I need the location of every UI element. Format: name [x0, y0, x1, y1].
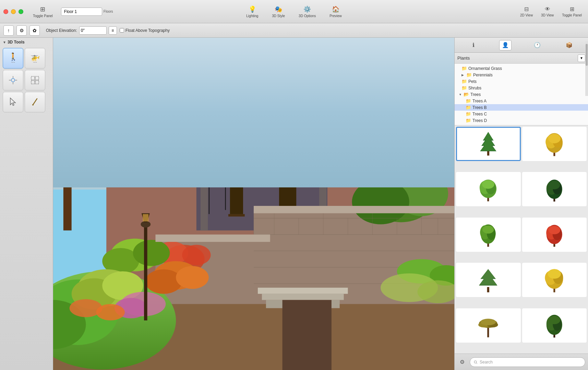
category-trees-b[interactable]: 📁 Trees B [455, 104, 588, 111]
settings-btn[interactable]: ⚙ [457, 357, 467, 367]
view-2d-btn[interactable]: ⊟ 2D View [517, 4, 536, 18]
plant-item-2[interactable] [522, 127, 587, 161]
elevation-label: Object Elevation: [46, 28, 77, 33]
view-3d-btn[interactable]: 👁 3D View [538, 5, 556, 18]
svg-point-0 [11, 78, 15, 82]
style-3d-btn[interactable]: 🎭 3D Style [269, 4, 288, 19]
plant-item-9[interactable] [456, 308, 521, 343]
category-trees-a[interactable]: 📁 Trees A [455, 98, 588, 104]
search-input[interactable] [470, 357, 585, 367]
plants-dropdown-btn[interactable]: ▼ [578, 54, 585, 62]
plant-icon-2 [529, 131, 580, 157]
tool-pipette-btn[interactable] [25, 92, 45, 112]
titlebar-right-tools: ⊟ 2D View 👁 3D View ⊞ Toggle Panel [517, 4, 585, 18]
category-trees-d[interactable]: 📁 Trees D [455, 117, 588, 124]
tools-grid: 🚶 ~~ 🚁 ~~ [0, 47, 53, 114]
plant-icon-3 [463, 176, 514, 202]
plant-item-8[interactable] [522, 263, 587, 297]
float-topography-section: Float Above Topography [120, 28, 170, 33]
plant-item-6[interactable] [522, 218, 587, 252]
pointer-icon [8, 97, 18, 107]
right-panel: ℹ 👤 🕐 📦 Plants ▼ 📁 Ornamental Grass ▶ 📁 … [454, 38, 588, 370]
floor-select[interactable]: Floor 1 [61, 8, 102, 16]
plant-item-5[interactable] [456, 218, 521, 252]
svg-rect-8 [35, 81, 39, 84]
left-panel-header: ▼ 3D Tools [0, 38, 53, 47]
preview-btn[interactable]: 🏠 Preview [327, 4, 345, 19]
rp-tab-person[interactable]: 👤 [499, 40, 512, 50]
toggle-panel-left-btn[interactable]: ⊞ Toggle Panel [33, 5, 53, 18]
tool-select-btn[interactable] [25, 70, 45, 90]
svg-point-157 [548, 316, 560, 324]
svg-rect-140 [487, 287, 489, 292]
close-button[interactable] [3, 9, 8, 14]
lighting-btn[interactable]: 💡 Lighting [243, 4, 261, 19]
plant-icon-1 [463, 131, 513, 157]
plant-item-7[interactable] [456, 263, 521, 297]
bottom-bar: ⚙ [455, 354, 588, 370]
svg-point-48 [176, 266, 209, 289]
viewport [53, 38, 454, 370]
toolbar-tool-1[interactable]: ↑ [3, 25, 14, 36]
rp-tab-clock[interactable]: 🕐 [531, 40, 543, 50]
svg-rect-73 [258, 288, 348, 294]
garden-scene [53, 38, 454, 370]
frame-icon [8, 75, 18, 85]
align-btn[interactable]: ≡ [109, 26, 117, 35]
plant-grid [455, 125, 588, 354]
category-perennials[interactable]: ▶ 📁 Perennials [455, 72, 588, 78]
svg-marker-142 [480, 269, 497, 285]
zoom-button[interactable] [19, 9, 23, 14]
svg-point-134 [483, 226, 494, 234]
left-panel: ▼ 3D Tools 🚶 ~~ 🚁 ~~ [0, 38, 53, 370]
category-pets[interactable]: 📁 Pets [455, 78, 588, 85]
svg-rect-107 [155, 235, 270, 242]
elevation-section: Object Elevation: ≡ [46, 26, 117, 35]
svg-rect-7 [31, 81, 35, 84]
tool-walk-btn[interactable]: 🚶 ~~ [3, 48, 23, 69]
svg-point-124 [482, 180, 494, 189]
tool-pointer-btn[interactable] [3, 92, 23, 112]
svg-point-47 [145, 269, 182, 294]
toolbar-tool-2[interactable]: ⚙ [16, 25, 27, 36]
panel-collapse-arrow[interactable]: ▼ [3, 40, 6, 44]
svg-point-152 [481, 319, 496, 325]
plants-header: Plants ▼ [455, 53, 588, 64]
category-tree: 📁 Ornamental Grass ▶ 📁 Perennials 📁 Pets… [455, 64, 588, 125]
svg-rect-6 [35, 76, 39, 80]
plant-item-1[interactable] [456, 127, 521, 161]
plant-item-10[interactable] [522, 308, 587, 343]
toolbar: ↑ ⚙ ✿ Object Elevation: ≡ Float Above To… [0, 23, 588, 38]
svg-point-129 [549, 181, 560, 189]
float-topography-checkbox[interactable] [120, 28, 124, 33]
svg-rect-79 [283, 300, 332, 370]
titlebar: ⊞ Toggle Panel Floor 1 Floors 💡 Lighting… [0, 0, 588, 23]
toggle-panel-right-btn[interactable]: ⊞ Toggle Panel [559, 4, 585, 18]
options-3d-btn[interactable]: ⚙️ 3D Options [296, 4, 319, 19]
main-area: ▼ 3D Tools 🚶 ~~ 🚁 ~~ [0, 38, 588, 370]
category-ornamental-grass[interactable]: 📁 Ornamental Grass [455, 65, 588, 72]
rp-tab-cube[interactable]: 📦 [563, 40, 575, 50]
plant-item-4[interactable] [522, 172, 587, 206]
category-shrubs[interactable]: 📁 Shrubs [455, 85, 588, 91]
plant-item-3[interactable] [456, 172, 521, 206]
plant-icon-9 [463, 312, 514, 338]
traffic-lights [3, 9, 23, 14]
category-scrollbar[interactable] [585, 64, 588, 96]
tree-browser: 📁 Ornamental Grass ▶ 📁 Perennials 📁 Pets… [455, 64, 588, 354]
rp-tab-info[interactable]: ℹ [467, 40, 480, 50]
svg-point-119 [548, 134, 561, 143]
plant-icon-8 [529, 267, 580, 293]
elevation-input[interactable] [79, 26, 107, 35]
svg-rect-74 [262, 294, 344, 300]
svg-rect-57 [143, 214, 148, 221]
tool-helicopter-btn[interactable]: 🚁 ~~ [25, 48, 45, 69]
sky [53, 38, 454, 187]
category-trees-c[interactable]: 📁 Trees C [455, 111, 588, 117]
right-panel-tabs: ℹ 👤 🕐 📦 [455, 38, 588, 53]
category-trees[interactable]: ▼ 📂 Trees [455, 91, 588, 98]
tools-row-1: 🚶 ~~ 🚁 ~~ [3, 48, 50, 69]
tool-frame-btn[interactable] [3, 70, 23, 90]
minimize-button[interactable] [11, 9, 16, 14]
toolbar-tool-3[interactable]: ✿ [29, 25, 40, 36]
